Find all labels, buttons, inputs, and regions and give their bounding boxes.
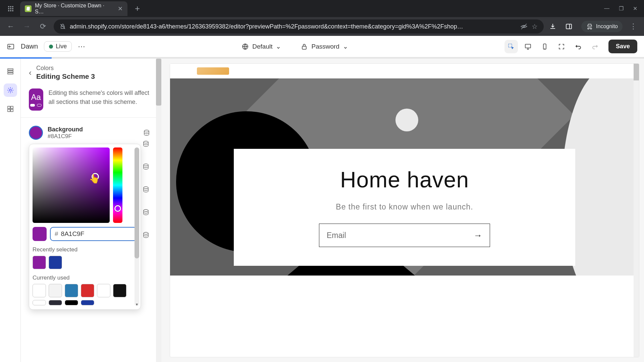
color-swatch[interactable] xyxy=(81,300,94,305)
more-icon[interactable]: ⋯ xyxy=(78,42,85,51)
color-swatch[interactable] xyxy=(49,256,62,269)
globe-icon xyxy=(241,43,249,50)
svg-point-2 xyxy=(12,6,13,7)
kebab-menu-icon[interactable]: ⋮ xyxy=(628,22,639,31)
svg-rect-16 xyxy=(302,46,306,49)
hue-slider[interactable] xyxy=(113,147,122,223)
email-field[interactable]: Email → xyxy=(319,224,490,247)
color-swatch[interactable] xyxy=(81,284,94,297)
svg-point-29 xyxy=(144,130,149,132)
color-swatch[interactable] xyxy=(49,284,62,297)
color-swatch[interactable] xyxy=(33,300,46,305)
svg-line-11 xyxy=(521,24,527,29)
dynamic-source-icon[interactable] xyxy=(143,232,149,238)
popover-scrollbar[interactable]: ▾ xyxy=(135,147,139,306)
bookmark-icon[interactable]: ☆ xyxy=(532,22,538,31)
page-selector[interactable]: Password ⌄ xyxy=(296,40,353,53)
sidebar-scroll-thumb[interactable] xyxy=(156,59,161,106)
mobile-icon[interactable] xyxy=(538,40,551,53)
sections-icon[interactable] xyxy=(4,65,17,78)
url-bar[interactable]: admin.shopify.com/store/de8143-a6/themes… xyxy=(54,19,544,34)
dynamic-source-icon[interactable] xyxy=(143,186,149,193)
close-icon[interactable]: ✕ xyxy=(118,5,123,12)
color-picker-popover: 👆 # Recently selected Currently used xyxy=(29,144,141,310)
save-button[interactable]: Save xyxy=(608,40,637,53)
svg-rect-25 xyxy=(8,106,10,109)
hex-input[interactable]: # xyxy=(50,227,137,241)
left-rail xyxy=(0,59,21,362)
side-panel-icon[interactable] xyxy=(565,23,576,30)
dynamic-source-column xyxy=(143,140,149,238)
hero-section: Home haven Be the first to know when we … xyxy=(170,78,639,276)
close-window-icon[interactable]: ✕ xyxy=(633,5,637,12)
color-swatch[interactable] xyxy=(49,300,62,305)
chevron-down-icon: ⌄ xyxy=(276,43,281,50)
background-label: Background xyxy=(48,126,83,133)
hue-handle[interactable] xyxy=(114,205,121,212)
hex-input-field[interactable] xyxy=(61,230,132,238)
sidebar-scrollbar[interactable] xyxy=(156,59,161,362)
exit-editor-icon[interactable] xyxy=(7,43,15,51)
browser-toolbar: ← → ⟳ admin.shopify.com/store/de8143-a6/… xyxy=(0,17,644,36)
popover-scroll-thumb[interactable] xyxy=(135,147,139,258)
browser-menu-icon[interactable] xyxy=(4,2,17,15)
settings-sidebar: ‹ Colors Editing Scheme 3 Aa Editing thi… xyxy=(21,59,158,362)
minimize-icon[interactable]: — xyxy=(604,5,609,12)
hash-label: # xyxy=(55,230,58,238)
preview-header xyxy=(170,64,639,78)
store-subtext: Be the first to know when we launch. xyxy=(336,202,473,212)
template-selector[interactable]: Default ⌄ xyxy=(237,40,286,53)
forward-icon: → xyxy=(21,22,32,31)
maximize-icon[interactable]: ❐ xyxy=(619,5,624,12)
inspector-icon[interactable] xyxy=(504,40,518,53)
dynamic-source-icon[interactable] xyxy=(143,140,149,147)
theme-name[interactable]: Dawn xyxy=(21,43,38,50)
fullscreen-icon[interactable] xyxy=(555,40,568,53)
undo-icon[interactable] xyxy=(572,40,585,53)
url-text: admin.shopify.com/store/de8143-a6/themes… xyxy=(70,23,516,30)
breadcrumb-back-icon[interactable]: ‹ xyxy=(29,65,32,77)
template-label: Default xyxy=(252,43,272,50)
incognito-icon xyxy=(586,23,593,30)
color-swatch[interactable] xyxy=(65,284,78,297)
back-icon[interactable]: ← xyxy=(5,22,16,31)
incognito-badge[interactable]: Incognito xyxy=(581,21,623,32)
new-tab-button[interactable]: + xyxy=(135,3,140,14)
svg-point-30 xyxy=(144,141,148,143)
svg-rect-18 xyxy=(525,44,531,48)
saturation-value-area[interactable]: 👆 xyxy=(33,147,110,223)
dynamic-source-icon[interactable] xyxy=(143,209,149,216)
site-info-icon[interactable] xyxy=(60,23,66,29)
password-card: Home haven Be the first to know when we … xyxy=(234,149,575,266)
svg-rect-23 xyxy=(8,73,13,74)
browser-tab[interactable]: My Store · Customize Dawn · S… ✕ xyxy=(20,1,127,16)
preview-scrollbar[interactable] xyxy=(634,64,639,357)
theme-settings-icon[interactable] xyxy=(4,83,17,97)
page-label: Password xyxy=(311,43,339,50)
dynamic-source-icon[interactable] xyxy=(143,129,150,136)
scheme-swatch: Aa xyxy=(29,88,43,111)
store-logo[interactable] xyxy=(197,67,229,75)
app-embeds-icon[interactable] xyxy=(4,102,17,116)
submit-arrow-icon[interactable]: → xyxy=(474,230,482,241)
reload-icon[interactable]: ⟳ xyxy=(38,22,48,31)
color-swatch[interactable] xyxy=(33,284,46,297)
background-color-row[interactable]: Background #8A1C9F xyxy=(21,118,158,142)
color-swatch[interactable] xyxy=(97,284,110,297)
color-swatch[interactable] xyxy=(65,300,78,305)
browser-tab-strip: My Store · Customize Dawn · S… ✕ + — ❐ ✕ xyxy=(0,0,644,17)
window-controls: — ❐ ✕ xyxy=(604,5,644,12)
desktop-icon[interactable] xyxy=(521,40,535,53)
incognito-label: Incognito xyxy=(596,23,618,29)
color-swatch[interactable] xyxy=(33,256,46,269)
dynamic-source-icon[interactable] xyxy=(143,163,149,170)
color-swatch[interactable] xyxy=(113,284,126,297)
sv-handle[interactable] xyxy=(92,173,99,180)
scroll-down-icon[interactable]: ▾ xyxy=(135,302,139,307)
live-label: Live xyxy=(56,43,67,50)
preview-scroll-thumb[interactable] xyxy=(634,64,639,80)
eye-off-icon[interactable] xyxy=(520,23,528,30)
downloads-icon[interactable] xyxy=(549,23,560,30)
svg-point-34 xyxy=(144,232,148,234)
breadcrumb[interactable]: Colors xyxy=(36,65,95,72)
